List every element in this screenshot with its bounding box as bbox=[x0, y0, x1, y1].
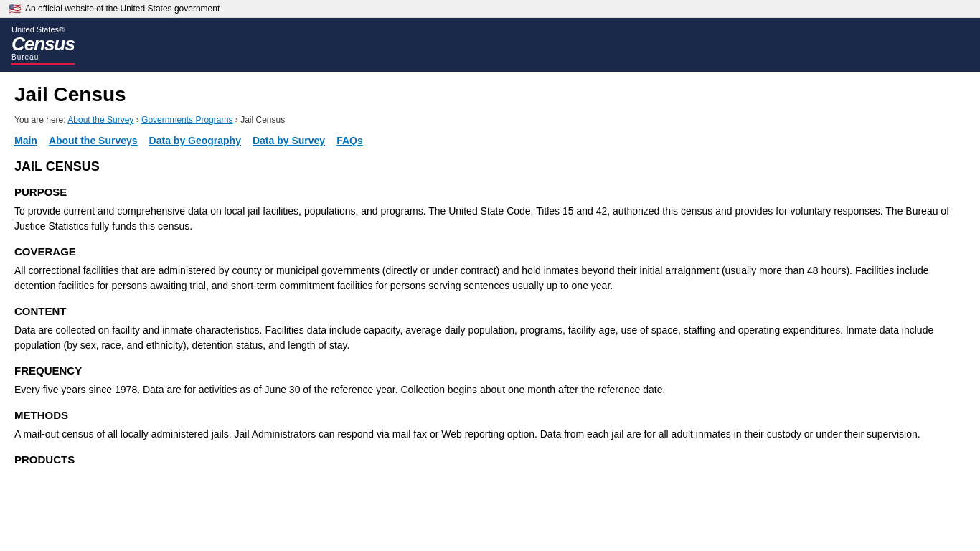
heading-purpose: PURPOSE bbox=[14, 186, 966, 198]
heading-content: CONTENT bbox=[14, 305, 966, 317]
breadcrumb-current: Jail Census bbox=[240, 115, 285, 125]
section-frequency: FREQUENCY Every five years since 1978. D… bbox=[14, 364, 966, 397]
nav-tabs: Main About the Surveys Data by Geography… bbox=[14, 135, 966, 146]
section-content: CONTENT Data are collected on facility a… bbox=[14, 305, 966, 353]
tab-data-by-geography[interactable]: Data by Geography bbox=[149, 135, 241, 146]
breadcrumb-sep1: › bbox=[136, 115, 141, 125]
tab-main[interactable]: Main bbox=[14, 135, 37, 146]
section-purpose: PURPOSE To provide current and comprehen… bbox=[14, 186, 966, 234]
body-purpose: To provide current and comprehensive dat… bbox=[14, 204, 966, 234]
section-products: PRODUCTS bbox=[14, 453, 966, 466]
survey-title: JAIL CENSUS bbox=[14, 159, 966, 174]
breadcrumb-link2[interactable]: Governments Programs bbox=[141, 115, 232, 125]
breadcrumb-link1[interactable]: About the Survey bbox=[67, 115, 133, 125]
flag-icon: 🇺🇸 bbox=[9, 3, 21, 14]
body-content: Data are collected on facility and inmat… bbox=[14, 323, 966, 353]
body-coverage: All correctional facilities that are adm… bbox=[14, 263, 966, 293]
section-methods: METHODS A mail-out census of all locally… bbox=[14, 409, 966, 442]
logo-underline bbox=[11, 63, 75, 65]
heading-coverage: COVERAGE bbox=[14, 245, 966, 258]
breadcrumb: You are here: About the Survey › Governm… bbox=[14, 115, 966, 125]
body-methods: A mail-out census of all locally adminis… bbox=[14, 427, 966, 442]
heading-frequency: FREQUENCY bbox=[14, 364, 966, 377]
heading-methods: METHODS bbox=[14, 409, 966, 421]
breadcrumb-prefix: You are here: bbox=[14, 115, 66, 125]
gov-banner: 🇺🇸 An official website of the United Sta… bbox=[0, 0, 980, 18]
logo-bureau: Bureau bbox=[11, 53, 39, 61]
site-header: United States® Census Bureau bbox=[0, 18, 980, 72]
tab-faqs[interactable]: FAQs bbox=[336, 135, 363, 146]
section-coverage: COVERAGE All correctional facilities tha… bbox=[14, 245, 966, 293]
body-frequency: Every five years since 1978. Data are fo… bbox=[14, 382, 966, 397]
page-title: Jail Census bbox=[14, 83, 966, 106]
tab-data-by-survey[interactable]: Data by Survey bbox=[253, 135, 325, 146]
heading-products: PRODUCTS bbox=[14, 453, 966, 466]
logo-census: Census bbox=[11, 34, 75, 53]
census-logo[interactable]: United States® Census Bureau bbox=[11, 25, 75, 65]
gov-banner-text: An official website of the United States… bbox=[25, 4, 220, 14]
tab-about-surveys[interactable]: About the Surveys bbox=[49, 135, 138, 146]
main-content: Jail Census You are here: About the Surv… bbox=[0, 72, 980, 483]
